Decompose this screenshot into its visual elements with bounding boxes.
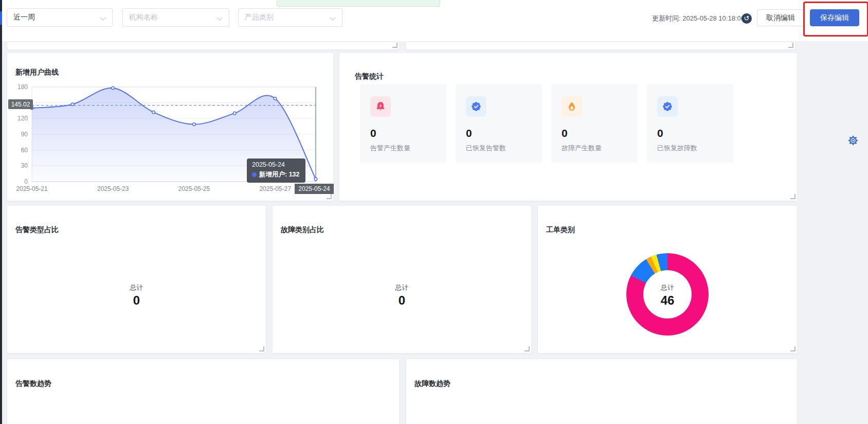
svg-text:90: 90	[21, 131, 28, 138]
resize-handle-icon[interactable]	[525, 346, 530, 351]
pie-total-value: 0	[399, 293, 405, 308]
filter-select-timerange[interactable]: 近一周	[7, 8, 113, 27]
stat-value: 0	[466, 127, 472, 139]
chevron-down-icon	[330, 14, 335, 20]
svg-text:2025-05-25: 2025-05-25	[178, 185, 210, 192]
card-title-new-user-curve: 新增用户曲线	[15, 68, 59, 77]
stat-card-alarms-recovered: 0 已恢复告警数	[456, 84, 542, 163]
alarm-bell-icon	[370, 96, 391, 117]
chevron-down-icon	[216, 14, 222, 20]
card-alarm-stats: 告警统计 0 告警产生数量 0 已恢复告警数 0	[339, 53, 797, 201]
pie-total-label: 总计	[661, 283, 674, 292]
chevron-down-icon	[100, 14, 105, 20]
pie-center-total: 总计 46	[626, 283, 709, 308]
card-fault-type-pie: 故障类别占比 总计 0	[273, 206, 531, 353]
stat-value: 0	[562, 127, 568, 139]
card-new-user-curve: 新增用户曲线 03060901201501802025-05-212025-05…	[7, 53, 333, 201]
topbar: 近一周 机构名称 产品类别 更新时间: 2025-05-28 10:18:06 …	[0, 0, 868, 41]
gear-icon[interactable]	[847, 135, 859, 146]
stat-label: 已恢复告警数	[466, 144, 506, 153]
badge-check-icon	[657, 96, 678, 117]
resize-handle-icon[interactable]	[392, 43, 397, 48]
card-title-work-order: 工单类别	[546, 225, 575, 235]
badge-check-icon	[466, 96, 486, 117]
new-user-line-chart[interactable]: 03060901201501802025-05-212025-05-232025…	[7, 82, 333, 198]
axis-pointer-badge: 2025-05-24	[295, 184, 334, 194]
card-title-alarm-stats: 告警统计	[355, 72, 384, 81]
card-title-alarm-trend: 告警数趋势	[15, 379, 51, 388]
card-alarm-type-pie: 告警类型占比 总计 0	[7, 206, 266, 353]
card-title-alarm-type: 告警类型占比	[15, 225, 59, 235]
save-edit-button[interactable]: 保存编辑	[810, 9, 859, 26]
card-title-fault-type: 故障类别占比	[281, 225, 324, 235]
card-title-fault-trend: 故障数趋势	[414, 379, 450, 388]
card-fault-trend: 故障数趋势	[406, 359, 797, 424]
partial-card-left	[7, 42, 399, 49]
stat-label: 告警产生数量	[370, 144, 410, 153]
filter-select-org[interactable]: 机构名称	[122, 8, 229, 27]
filter-org-placeholder: 机构名称	[129, 13, 158, 22]
sidebar-edge	[0, 0, 2, 424]
stat-card-alarms-generated: 0 告警产生数量	[360, 84, 446, 163]
pie-total-label: 总计	[130, 283, 143, 292]
resize-handle-icon[interactable]	[790, 346, 795, 351]
svg-text:180: 180	[17, 83, 28, 91]
pie-center-total: 总计 0	[273, 283, 531, 308]
card-work-order-pie: 工单类别 总计 46	[538, 206, 797, 353]
filter-product-placeholder: 产品类别	[245, 13, 274, 22]
svg-text:2025-05-27: 2025-05-27	[259, 185, 291, 192]
stat-label: 故障产生数量	[562, 144, 602, 153]
sidebar-edge-top	[0, 0, 2, 11]
resize-handle-icon[interactable]	[327, 194, 332, 199]
stat-value: 0	[370, 127, 376, 139]
average-value-badge: 145.02	[8, 99, 33, 109]
sidebar-active-indicator	[0, 11, 2, 25]
filter-timerange-value: 近一周	[13, 13, 35, 22]
svg-text:0: 0	[24, 178, 28, 185]
stat-label: 已恢复故障数	[657, 144, 697, 153]
svg-text:2025-05-23: 2025-05-23	[97, 185, 129, 192]
svg-text:30: 30	[21, 162, 28, 169]
pie-center-total: 总计 0	[7, 283, 266, 308]
partial-card-right	[406, 42, 795, 49]
pie-total-value: 46	[661, 293, 675, 308]
resize-handle-icon[interactable]	[259, 346, 264, 351]
stat-card-faults-recovered: 0 已恢复故障数	[647, 84, 733, 163]
resize-handle-icon[interactable]	[788, 43, 793, 48]
toast-notification	[277, 0, 440, 7]
refresh-icon[interactable]: ↺	[742, 13, 752, 24]
cancel-edit-button[interactable]: 取消编辑	[757, 9, 804, 26]
flame-icon	[562, 96, 582, 117]
pie-total-label: 总计	[395, 283, 409, 292]
resize-handle-icon[interactable]	[790, 194, 795, 199]
stat-card-faults-generated: 0 故障产生数量	[551, 84, 638, 163]
pie-total-value: 0	[133, 293, 140, 308]
svg-text:2025-05-21: 2025-05-21	[16, 185, 48, 192]
svg-text:60: 60	[21, 147, 28, 154]
svg-text:120: 120	[17, 115, 28, 122]
filter-select-product[interactable]: 产品类别	[238, 8, 342, 27]
update-time-text: 更新时间: 2025-05-28 10:18:06	[652, 14, 739, 23]
stat-value: 0	[657, 127, 663, 139]
card-alarm-trend: 告警数趋势	[7, 359, 399, 424]
